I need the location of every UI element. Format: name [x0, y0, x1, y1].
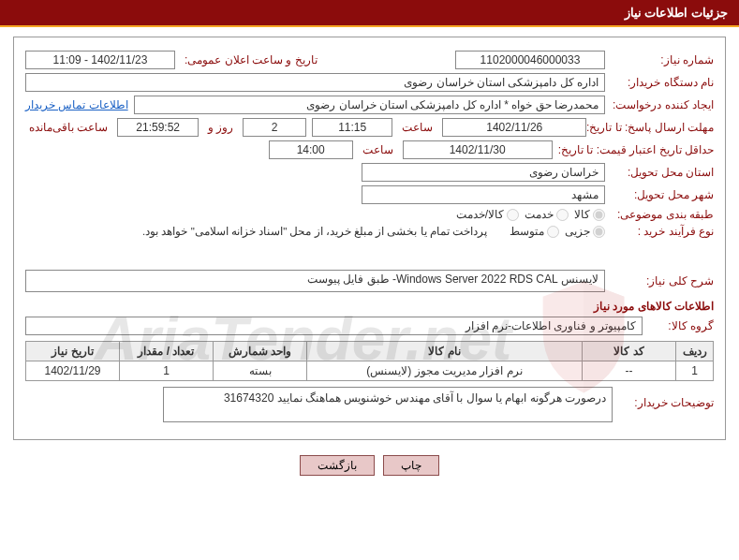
val-reply-date: 1402/11/26 [442, 118, 586, 137]
radio-medium[interactable]: متوسط [510, 225, 559, 238]
items-table: ردیف کد کالا نام کالا واحد شمارش تعداد /… [25, 341, 714, 381]
lbl-reply-deadline: مهلت ارسال پاسخ: تا تاریخ: [592, 121, 714, 134]
cell-date: 1402/11/29 [26, 361, 120, 381]
radio-service[interactable]: خدمت [525, 208, 569, 221]
val-requester: محمدرضا حق خواه * اداره کل دامپزشکی استا… [134, 96, 605, 114]
lbl-saat-2: ساعت [359, 143, 397, 156]
th-date: تاریخ نیاز [26, 342, 120, 361]
lbl-city: شهر محل تحویل: [611, 188, 714, 201]
radio-goods-lbl: کالا [574, 208, 590, 221]
th-name: نام کالا [307, 342, 583, 361]
cell-qty: 1 [120, 361, 214, 381]
th-code: کد کالا [583, 342, 676, 361]
lbl-need-no: شماره نیاز: [611, 53, 714, 66]
lbl-buyer-notes: توضیحات خریدار: [620, 387, 714, 409]
val-province: خراسان رضوی [362, 163, 605, 182]
lbl-province: استان محل تحویل: [611, 166, 714, 179]
items-section-title: اطلاعات کالاهای مورد نیاز [25, 300, 714, 313]
lbl-rooz-va: روز و [204, 121, 237, 134]
lbl-purchase-type: نوع فرآیند خرید : [611, 225, 714, 238]
th-row: ردیف [676, 342, 714, 361]
form-container: شماره نیاز: 1102000046000033 تاریخ و ساع… [13, 37, 726, 440]
val-remain-days: 2 [243, 118, 306, 137]
val-validity-time: 14:00 [269, 140, 353, 159]
radio-service-lbl: خدمت [525, 208, 554, 221]
page-title: جزئیات اطلاعات نیاز [625, 6, 728, 20]
val-need-desc: لایسنس Windows Server 2022 RDS CAL- طبق … [25, 270, 605, 292]
lbl-category: طبقه بندی موضوعی: [611, 208, 714, 221]
lbl-remaining: ساعت باقی‌مانده [25, 121, 111, 134]
lbl-buyer-org: نام دستگاه خریدار: [611, 76, 714, 89]
page-header: جزئیات اطلاعات نیاز [0, 0, 739, 27]
lbl-need-desc: شرح کلی نیاز: [611, 274, 714, 287]
print-button[interactable]: چاپ [383, 455, 439, 476]
cell-row: 1 [676, 361, 714, 381]
lbl-min-validity: حداقل تاریخ اعتبار قیمت: تا تاریخ: [558, 143, 714, 156]
cell-unit: بسته [214, 361, 307, 381]
cell-name: نرم افزار مدیریت مجوز (لایسنس) [307, 361, 583, 381]
cell-code: -- [583, 361, 676, 381]
lbl-requester: ایجاد کننده درخواست: [611, 98, 714, 111]
th-qty: تعداد / مقدار [120, 342, 214, 361]
val-goods-group: کامپیوتر و فناوری اطلاعات-نرم افزار [25, 317, 643, 335]
radio-medium-lbl: متوسط [510, 225, 544, 238]
pay-note: پرداخت تمام یا بخشی از مبلغ خرید، از محل… [142, 225, 487, 238]
radio-both[interactable]: کالا/خدمت [456, 208, 519, 221]
radio-partial[interactable]: جزیی [565, 225, 605, 238]
val-validity-date: 1402/11/30 [403, 140, 553, 159]
val-buyer-org: اداره کل دامپزشکی استان خراسان رضوی [25, 73, 605, 92]
lbl-announce-dt: تاریخ و ساعت اعلان عمومی: [181, 53, 321, 66]
back-button[interactable]: بازگشت [300, 455, 375, 476]
radio-both-lbl: کالا/خدمت [456, 208, 504, 221]
val-buyer-notes: درصورت هرگونه ابهام یا سوال با آقای مهند… [163, 387, 613, 422]
lbl-saat-1: ساعت [398, 121, 436, 134]
val-city: مشهد [362, 185, 605, 204]
table-row: 1 -- نرم افزار مدیریت مجوز (لایسنس) بسته… [26, 361, 714, 381]
val-reply-time: 11:15 [312, 118, 393, 137]
th-unit: واحد شمارش [214, 342, 307, 361]
button-row: چاپ بازگشت [0, 455, 739, 476]
val-remain-hms: 21:59:52 [117, 118, 199, 137]
lbl-goods-group: گروه کالا: [648, 319, 714, 332]
buyer-contact-link[interactable]: اطلاعات تماس خریدار [25, 98, 128, 111]
val-announce-dt: 1402/11/23 - 11:09 [25, 51, 175, 69]
radio-partial-lbl: جزیی [565, 225, 590, 238]
radio-goods[interactable]: کالا [574, 208, 605, 221]
val-need-no: 1102000046000033 [455, 51, 605, 69]
